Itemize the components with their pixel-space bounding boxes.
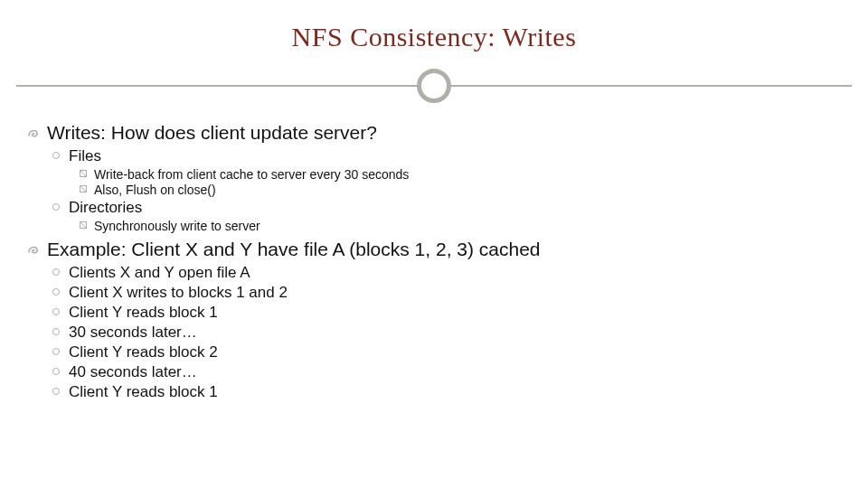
slide-title: NFS Consistency: Writes [0, 22, 868, 52]
sub-bullet-files-text: Files [69, 147, 101, 164]
example-step: 40 seconds later… [27, 363, 841, 381]
divider-circle-icon [417, 69, 451, 103]
example-step: 30 seconds later… [27, 324, 841, 342]
example-step: Client X writes to blocks 1 and 2 [27, 284, 841, 302]
sub-sub-bullet-text: Synchronously write to server [94, 219, 260, 233]
swirl-icon [27, 243, 40, 256]
bullet-writes-heading: Writes: How does client update server? [27, 122, 841, 144]
example-step-text: Client Y reads block 2 [69, 343, 218, 361]
sub-sub-bullet: Synchronously write to server [27, 219, 841, 233]
sub-sub-bullet: Write-back from client cache to server e… [27, 167, 841, 182]
example-step-text: 30 seconds later… [69, 324, 197, 341]
sub-bullet-directories: Directories [27, 199, 841, 217]
example-step-text: 40 seconds later… [69, 363, 197, 380]
sub-sub-bullet-text: Write-back from client cache to server e… [94, 167, 409, 182]
example-step: Clients X and Y open file A [27, 264, 841, 282]
swirl-icon [27, 127, 40, 139]
example-step-text: Client Y reads block 1 [69, 304, 218, 321]
slide: NFS Consistency: Writes Writes: How does… [0, 0, 868, 488]
example-step: Client Y reads block 1 [27, 304, 841, 322]
sub-sub-bullet-text: Also, Flush on close() [94, 183, 216, 197]
sub-sub-bullet: Also, Flush on close() [27, 183, 841, 197]
example-step-text: Clients X and Y open file A [69, 264, 250, 281]
example-step: Client Y reads block 2 [27, 343, 841, 361]
example-step: Client Y reads block 1 [27, 383, 841, 401]
bullet-writes-heading-text: Writes: How does client update server? [47, 122, 377, 143]
bullet-example-heading: Example: Client X and Y have file A (blo… [27, 239, 841, 260]
sub-bullet-files: Files [27, 147, 841, 165]
example-step-text: Client Y reads block 1 [69, 383, 218, 400]
slide-body: Writes: How does client update server? F… [27, 121, 841, 403]
sub-bullet-directories-text: Directories [69, 199, 142, 216]
title-area: NFS Consistency: Writes [0, 0, 868, 52]
bullet-example-heading-text: Example: Client X and Y have file A (blo… [47, 239, 541, 259]
example-step-text: Client X writes to blocks 1 and 2 [69, 284, 288, 301]
